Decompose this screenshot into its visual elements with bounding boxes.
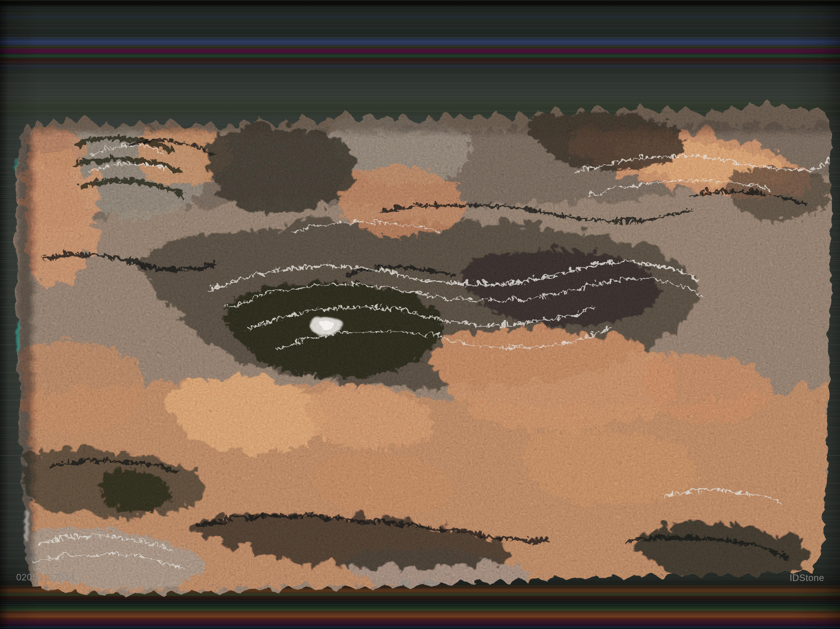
granite-slab-image	[0, 0, 840, 629]
stone-scan-page: { "scene": { "type": "stone-slab-scan", …	[0, 0, 840, 629]
brand-watermark: IDStone	[789, 573, 824, 583]
grain-fine	[0, 0, 840, 629]
slab-id-watermark: 02058157014	[16, 572, 75, 583]
slab-body	[0, 0, 840, 629]
